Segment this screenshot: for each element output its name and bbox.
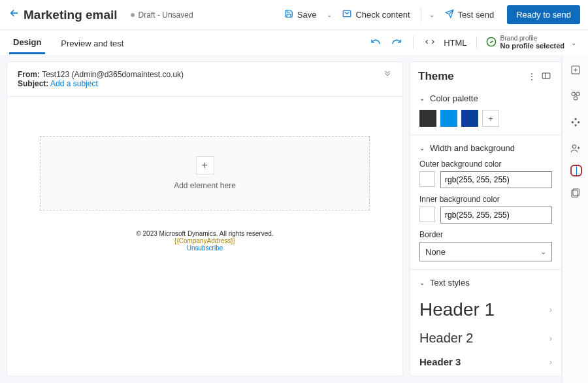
check-chevron-icon[interactable]: ⌄ [427, 11, 437, 18]
email-canvas: From: Test123 (Admin@d365domaintest.co.u… [7, 61, 403, 376]
save-icon [284, 9, 293, 20]
check-content-icon [342, 9, 351, 20]
copyright-text: © 2023 Microsoft Dynamics. All rights re… [7, 230, 402, 237]
inner-bg-swatch[interactable] [419, 207, 435, 222]
section-toggle-width[interactable]: ⌄ Width and background [419, 143, 552, 153]
redo-icon[interactable] [389, 37, 404, 49]
rail-theme-icon[interactable] [570, 165, 582, 176]
svg-point-7 [572, 145, 576, 148]
status-dot-icon [131, 13, 135, 17]
more-icon[interactable]: ⋮ [525, 71, 539, 82]
section-color-palette: ⌄ Color palette + [410, 91, 561, 135]
svg-point-5 [576, 92, 579, 95]
theme-panel: Theme ⋮ ⌄ Color palette [410, 61, 562, 376]
page-title: Marketing email [24, 8, 118, 22]
draft-status: Draft - Unsaved [139, 10, 193, 20]
outer-bg-label: Outer background color [419, 159, 552, 169]
inner-bg-label: Inner background color [419, 195, 552, 204]
palette-swatch-3[interactable] [461, 110, 478, 127]
html-label[interactable]: HTML [444, 38, 466, 48]
chevron-down-icon: ⌄ [540, 248, 546, 256]
unsubscribe-link[interactable]: Unsubscribe [7, 244, 402, 252]
divider [421, 8, 421, 22]
check-content-button[interactable]: Check content [337, 6, 415, 24]
svg-point-6 [574, 97, 577, 100]
style-header-3[interactable]: Header 3 › [419, 351, 552, 373]
code-icon[interactable] [423, 37, 437, 49]
border-select[interactable]: None ⌄ [419, 242, 552, 261]
outer-bg-swatch[interactable] [419, 171, 435, 187]
outer-bg-input[interactable] [440, 171, 552, 188]
chevron-right-icon: › [549, 305, 552, 314]
company-token: {{CompanyAddress}} [7, 237, 402, 244]
brand-profile-picker[interactable]: Brand profile No profile selected ⌄ [486, 35, 579, 50]
subject-label: Subject: [18, 79, 48, 88]
chevron-down-icon: ⌄ [419, 279, 425, 286]
divider [413, 36, 414, 49]
add-element-icon[interactable]: + [196, 156, 214, 175]
drop-zone[interactable]: + Add element here [40, 136, 370, 210]
rail-component-icon[interactable] [570, 116, 581, 128]
tab-preview[interactable]: Preview and test [57, 32, 127, 54]
palette-add-button[interactable]: + [482, 110, 499, 127]
expand-panel-icon[interactable] [539, 71, 553, 82]
send-icon [445, 9, 454, 20]
section-toggle-palette[interactable]: ⌄ Color palette [419, 93, 552, 103]
inner-bg-input[interactable] [440, 207, 552, 224]
brand-profile-icon [486, 37, 497, 49]
rail-personalize-icon[interactable] [570, 142, 581, 154]
svg-point-4 [572, 92, 575, 95]
section-width-background: ⌄ Width and background Outer background … [410, 135, 561, 269]
tab-design[interactable]: Design [9, 31, 45, 54]
workspace: From: Test123 (Admin@d365domaintest.co.u… [0, 55, 588, 383]
email-footer: © 2023 Microsoft Dynamics. All rights re… [7, 230, 402, 252]
chevron-down-icon: ⌄ [419, 144, 425, 152]
style-header-2[interactable]: Header 2 › [419, 325, 552, 351]
rail-assets-icon[interactable] [570, 187, 581, 199]
style-paragraph[interactable]: Paragraph › [419, 373, 552, 376]
from-label: From: [18, 70, 40, 79]
drop-zone-label: Add element here [41, 181, 369, 190]
undo-icon[interactable] [368, 37, 383, 49]
divider [476, 36, 477, 49]
from-value[interactable]: Test123 (Admin@d365domaintest.co.uk) [42, 70, 184, 79]
chevron-right-icon: › [549, 334, 552, 343]
chevron-down-icon: ⌄ [419, 95, 425, 102]
save-button[interactable]: Save [279, 6, 322, 24]
subject-value[interactable]: Add a subject [50, 79, 98, 88]
back-arrow-icon[interactable] [5, 7, 24, 22]
section-toggle-styles[interactable]: ⌄ Text styles [419, 278, 552, 288]
panel-title: Theme [418, 70, 525, 83]
test-send-button[interactable]: Test send [440, 6, 500, 24]
rail-add-icon[interactable] [570, 64, 581, 76]
border-label: Border [419, 230, 552, 239]
ready-to-send-button[interactable]: Ready to send [507, 5, 580, 24]
palette-swatch-2[interactable] [440, 110, 457, 127]
rail-elements-icon[interactable] [570, 90, 581, 102]
brand-chevron-icon[interactable]: ⌄ [568, 39, 579, 46]
chevron-right-icon: › [549, 358, 552, 367]
right-rail [562, 55, 588, 383]
style-header-1[interactable]: Header 1 › [419, 294, 552, 325]
section-text-styles: ⌄ Text styles Header 1 › Header 2 › Head… [410, 269, 561, 376]
tab-row: Design Preview and test HTML Brand profi… [0, 30, 588, 55]
palette-swatch-1[interactable] [419, 110, 436, 127]
page-header: Marketing email Draft - Unsaved Save ⌄ C… [0, 0, 588, 30]
save-chevron-icon[interactable]: ⌄ [324, 11, 335, 18]
svg-rect-2 [542, 73, 550, 78]
collapse-header-icon[interactable] [383, 70, 392, 88]
